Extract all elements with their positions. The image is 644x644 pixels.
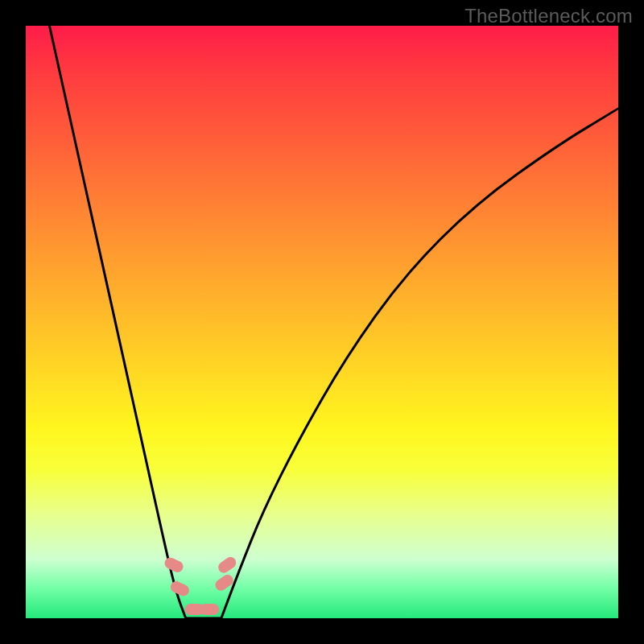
curve-right-branch [221, 109, 618, 618]
bottleneck-curve [26, 26, 618, 618]
data-marker-3 [200, 604, 219, 615]
chart-frame: TheBottleneck.com [0, 0, 644, 644]
plot-area [26, 26, 618, 618]
data-marker-5 [216, 555, 238, 575]
data-marker-0 [163, 555, 185, 574]
watermark-text: TheBottleneck.com [464, 5, 633, 27]
curve-left-branch [49, 26, 185, 618]
data-marker-1 [169, 580, 192, 598]
